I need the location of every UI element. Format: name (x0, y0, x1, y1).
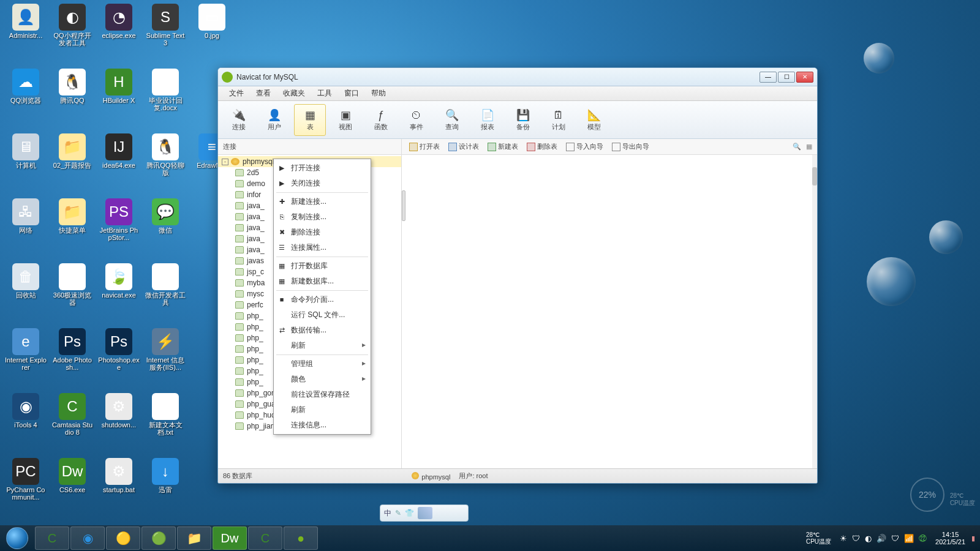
taskbar-app[interactable]: C (35, 527, 69, 550)
desktop-icon[interactable]: PSJetBrains PhpStor... (98, 198, 140, 241)
context-menu-item[interactable]: ■命令列介面... (274, 292, 371, 307)
context-menu-item[interactable]: ☰连接属性... (274, 240, 371, 255)
desktop-icon[interactable]: ◉iTools 4 (5, 393, 47, 429)
menu-item[interactable]: 文件 (223, 88, 250, 99)
desktop-icon[interactable]: CCamtasia Studio 8 (51, 393, 93, 436)
context-menu-item[interactable]: 前往设置保存路径 (274, 387, 371, 402)
menu-item[interactable]: 工具 (311, 88, 338, 99)
desktop-icon[interactable]: eInternet Explorer (5, 328, 47, 371)
taskbar-app[interactable]: ◉ (70, 527, 105, 550)
connection-tree[interactable]: -phpmysql2d5demoinforjava_java_java_java… (218, 155, 402, 468)
taskbar-app[interactable]: 🟢 (141, 527, 176, 550)
action-导入向导[interactable]: 导入向导 (562, 141, 607, 152)
action-打开表[interactable]: 打开表 (405, 141, 443, 152)
menu-item[interactable]: 窗口 (338, 88, 365, 99)
toolbar-button-报表[interactable]: 📄报表 (472, 104, 503, 136)
ime-language-bar[interactable]: 中 ✎ 👕 (380, 504, 469, 522)
temperature-widget: 28℃ CPU温度 (950, 492, 975, 507)
toolbar-button-用户[interactable]: 👤用户 (258, 104, 290, 136)
desktop-icon[interactable]: ⚡Internet 信息服务(IIS)... (145, 328, 186, 371)
desktop-icon[interactable]: 💬微信 (145, 198, 186, 234)
desktop-icon[interactable]: 👤Administr... (5, 4, 47, 39)
toolbar-button-事件[interactable]: ⏲事件 (401, 104, 432, 136)
menu-item[interactable]: 帮助 (365, 88, 392, 99)
desktop-icon[interactable]: W毕业设计回复.docx (145, 69, 186, 111)
desktop-icon[interactable]: 🐧腾讯QQ轻聊版 (145, 133, 186, 176)
context-menu-item[interactable]: ▦打开数据库 (274, 258, 371, 274)
desktop-icon[interactable]: ☁QQ浏览器 (5, 69, 47, 104)
menu-item[interactable]: 收藏夹 (277, 88, 311, 99)
desktop-icon[interactable]: PsAdobe Photosh... (51, 328, 93, 371)
view-mode-icon[interactable]: ▦ (806, 143, 812, 151)
minimize-button[interactable]: — (760, 72, 777, 83)
action-新建表[interactable]: 新建表 (484, 141, 522, 152)
desktop-icon[interactable]: DwCS6.exe (51, 458, 93, 493)
desktop-icon[interactable]: 🐧腾讯QQ (51, 69, 93, 104)
menu-item[interactable]: 查看 (250, 88, 277, 99)
desktop-icon[interactable]: PsPhotoshop.exe (98, 328, 140, 371)
context-menu-item[interactable]: ▦新建数据库... (274, 274, 371, 289)
desktop-icon[interactable]: ◉360极速浏览器 (51, 263, 93, 306)
taskbar-app[interactable]: 📁 (177, 527, 211, 550)
context-menu-item[interactable]: ⎘复制连接... (274, 209, 371, 225)
taskbar-app[interactable]: 🟡 (106, 527, 140, 550)
context-menu-item[interactable]: 刷新 (274, 402, 371, 418)
navicat-window: Navicat for MySQL — ☐ ✕ 文件查看收藏夹工具窗口帮助 🔌连… (217, 67, 818, 484)
pane-divider[interactable] (402, 190, 405, 221)
maximize-button[interactable]: ☐ (778, 72, 795, 83)
desktop-icon[interactable]: ⚙shutdown... (98, 393, 140, 429)
desktop-icon[interactable]: 🍃navicat.exe (98, 263, 140, 299)
taskbar-app[interactable]: C (248, 527, 282, 550)
taskbar-app[interactable]: Dw (213, 527, 247, 550)
taskbar-app[interactable]: ● (284, 527, 318, 550)
context-menu-item[interactable]: ✚新建连接... (274, 194, 371, 209)
desktop-icon[interactable]: 🖥计算机 (5, 133, 47, 169)
context-menu-item[interactable]: 刷新▸ (274, 338, 371, 353)
desktop-icon[interactable]: 🖧网络 (5, 198, 47, 234)
action-center-icon[interactable]: ▮ (971, 534, 975, 542)
tray-clock[interactable]: 14:15 2021/5/21 (935, 531, 965, 545)
desktop-icon[interactable]: 📁02_开题报告 (51, 133, 93, 169)
desktop-icon[interactable]: ◐QQ小程序开发者工具 (51, 4, 93, 47)
toolbar-button-模型[interactable]: 📐模型 (578, 104, 610, 136)
statusbar: 86 数据库 phpmysql 用户: root (218, 468, 817, 483)
desktop-icon[interactable]: ◔eclipse.exe (98, 4, 140, 39)
desktop-icon[interactable]: ⚙微信开发者工具 (145, 263, 186, 306)
start-button[interactable] (0, 525, 34, 551)
action-设计表[interactable]: 设计表 (445, 141, 483, 152)
desktop-icon[interactable]: ↓迅雷 (145, 458, 186, 493)
desktop-icon[interactable]: HHBuilder X (98, 69, 140, 104)
desktop-icon[interactable]: 🗑回收站 (5, 263, 47, 299)
toolbar-button-视图[interactable]: ▣视图 (330, 104, 361, 136)
toolbar-button-函数[interactable]: ƒ函数 (365, 104, 397, 136)
context-menu-item[interactable]: ▶关闭连接 (274, 176, 371, 191)
system-monitor-widget[interactable]: 22% (910, 478, 944, 512)
desktop-icon[interactable]: ⚙startup.bat (98, 458, 140, 493)
context-menu-item[interactable]: ⇄数据传输... (274, 323, 371, 338)
action-删除表[interactable]: 删除表 (523, 141, 561, 152)
search-icon[interactable]: 🔍 (793, 143, 801, 151)
desktop-icon[interactable]: 📁快捷菜单 (51, 198, 93, 234)
desktop-icon[interactable]: IJidea64.exe (98, 133, 140, 169)
desktop-icon[interactable]: PCPyCharm Communit... (5, 458, 47, 501)
desktop-icon[interactable]: SSublime Text 3 (145, 4, 186, 47)
toolbar-button-备份[interactable]: 💾备份 (507, 104, 539, 136)
toolbar-button-计划[interactable]: 🗓计划 (543, 104, 575, 136)
close-button[interactable]: ✕ (796, 72, 813, 83)
tray-icons[interactable]: ☀🛡◐🔊🛡📶㉒ (837, 534, 929, 543)
desktop-icon[interactable]: ≡新建文本文档.txt (145, 393, 186, 436)
toolbar-button-连接[interactable]: 🔌连接 (223, 104, 255, 136)
context-menu-item[interactable]: 颜色▸ (274, 372, 371, 387)
titlebar[interactable]: Navicat for MySQL — ☐ ✕ (218, 68, 817, 86)
context-menu-item[interactable]: 管理组▸ (274, 356, 371, 372)
context-menu-item[interactable]: 连接信息... (274, 418, 371, 433)
toolbar-button-查询[interactable]: 🔍查询 (436, 104, 468, 136)
toolbar-button-表[interactable]: ▦表 (294, 104, 326, 136)
context-menu-item[interactable]: 运行 SQL 文件... (274, 307, 371, 323)
action-导出向导[interactable]: 导出向导 (608, 141, 653, 152)
context-menu-item[interactable]: ▶打开连接 (274, 160, 371, 176)
menubar: 文件查看收藏夹工具窗口帮助 (218, 86, 817, 101)
desktop-icon[interactable]: ▭0.jpg (191, 4, 233, 39)
connection-context-menu[interactable]: ▶打开连接▶关闭连接✚新建连接...⎘复制连接...✖删除连接☰连接属性...▦… (273, 159, 371, 435)
context-menu-item[interactable]: ✖删除连接 (274, 225, 371, 240)
